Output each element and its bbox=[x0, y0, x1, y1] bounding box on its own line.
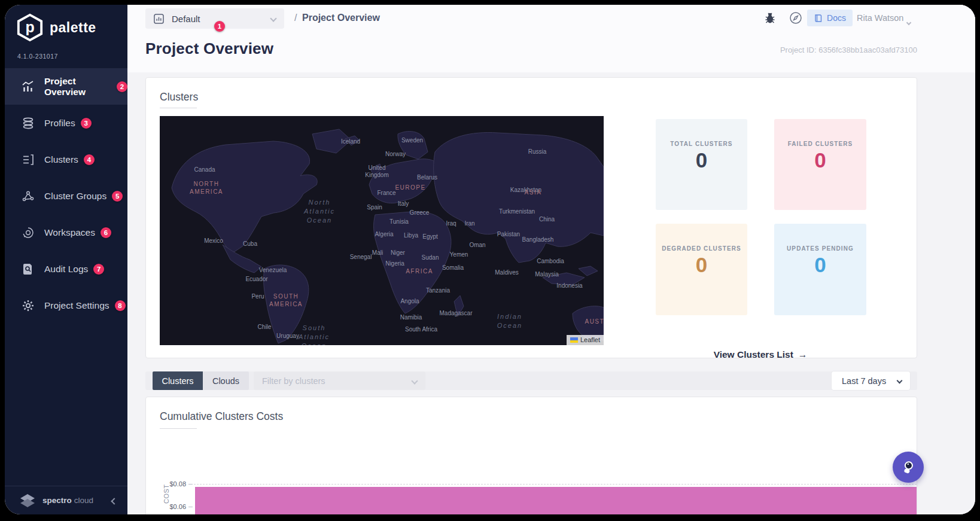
breadcrumb[interactable]: Project Overview bbox=[302, 13, 380, 23]
svg-text:p: p bbox=[25, 19, 34, 35]
book-icon bbox=[814, 14, 823, 23]
stat-label: DEGRADED CLUSTERS bbox=[662, 245, 741, 252]
sidebar-item-label: Audit Logs bbox=[44, 264, 88, 275]
stat-label: TOTAL CLUSTERS bbox=[670, 141, 732, 147]
project-chart-icon bbox=[154, 14, 164, 24]
arrow-right-icon: → bbox=[798, 349, 808, 359]
tab-clouds[interactable]: Clouds bbox=[203, 371, 249, 390]
user-menu[interactable]: Rita Watson bbox=[857, 13, 903, 23]
astronaut-icon bbox=[900, 459, 917, 476]
cluster-groups-network-icon bbox=[21, 189, 35, 203]
cluster-stats-grid: TOTAL CLUSTERS0FAILED CLUSTERS0DEGRADED … bbox=[656, 119, 866, 315]
annotation-badge-3: 3 bbox=[81, 118, 92, 129]
profiles-stack-icon bbox=[21, 116, 35, 130]
tick-mark bbox=[188, 484, 193, 485]
page-title: Project Overview bbox=[145, 39, 273, 58]
title-underline bbox=[160, 108, 197, 108]
overview-chart-icon bbox=[21, 80, 35, 94]
annotation-badge-6: 6 bbox=[101, 227, 111, 238]
logo-text: palette bbox=[50, 20, 96, 36]
gridline-dashed bbox=[194, 484, 917, 485]
sidebar-item-clusters[interactable]: Clusters4 bbox=[5, 141, 127, 178]
cost-area-series bbox=[195, 487, 917, 514]
stat-label: UPDATES PENDING bbox=[787, 245, 854, 252]
leaflet-label: Leaflet bbox=[580, 336, 600, 343]
annotation-badge-4: 4 bbox=[84, 154, 95, 165]
stat-value: 0 bbox=[696, 148, 707, 172]
stat-failed-clusters: FAILED CLUSTERS0 bbox=[774, 119, 866, 210]
costs-card-title: Cumulative Clusters Costs bbox=[160, 410, 283, 423]
filter-placeholder: Filter by clusters bbox=[262, 376, 325, 386]
flag-icon bbox=[570, 337, 578, 343]
spectro-cloud-brand: spectrocloud bbox=[42, 496, 93, 505]
workspaces-orbit-icon bbox=[21, 226, 35, 240]
chevron-down-icon bbox=[411, 377, 418, 384]
filter-by-clusters-dropdown[interactable]: Filter by clusters bbox=[254, 371, 425, 390]
audit-logs-doc-icon bbox=[21, 262, 35, 276]
bug-report-icon[interactable] bbox=[763, 11, 777, 25]
tick-mark bbox=[188, 507, 193, 507]
chevron-down-icon bbox=[897, 378, 903, 384]
leaflet-attribution[interactable]: Leaflet bbox=[567, 335, 604, 345]
stat-degraded-clusters: DEGRADED CLUSTERS0 bbox=[656, 224, 747, 315]
settings-gear-icon bbox=[21, 298, 35, 313]
view-clusters-list-link[interactable]: View Clusters List→ bbox=[714, 349, 808, 360]
sidebar-nav: Project Overview2Profiles3Clusters4Clust… bbox=[5, 68, 127, 324]
sidebar-item-cluster-groups[interactable]: Cluster Groups5 bbox=[5, 178, 127, 214]
title-underline bbox=[160, 428, 197, 429]
sidebar-item-label: Workspaces bbox=[44, 227, 95, 238]
compass-help-icon[interactable] bbox=[789, 11, 802, 25]
project-id-label: Project ID: 6356fc38bb1aac03afd73100 bbox=[780, 45, 917, 54]
y-tick-006: $0.06 bbox=[156, 503, 186, 510]
version-label: 4.1.0-231017 bbox=[17, 53, 58, 60]
chevron-down-icon bbox=[906, 20, 911, 25]
sidebar-item-label: Clusters bbox=[44, 154, 78, 165]
assistant-fab-button[interactable] bbox=[893, 452, 924, 483]
world-map[interactable]: IcelandSwedenNorwayRussiaCanadaUnited Ki… bbox=[160, 116, 604, 345]
y-tick-008: $0.08 bbox=[156, 480, 186, 488]
app-window: p palette 4.1.0-231017 Project Overview2… bbox=[5, 5, 975, 514]
range-value: Last 7 days bbox=[842, 376, 886, 386]
costs-card: Cumulative Clusters Costs COST $0.08 $0.… bbox=[145, 397, 917, 514]
annotation-badge-7: 7 bbox=[93, 264, 104, 275]
clusters-card-title: Clusters bbox=[160, 91, 198, 103]
sidebar-item-project-overview[interactable]: Project Overview2 bbox=[5, 68, 127, 105]
sidebar-item-audit-logs[interactable]: Audit Logs7 bbox=[5, 251, 127, 287]
user-menu-caret[interactable] bbox=[907, 16, 911, 27]
annotation-badge-2: 2 bbox=[117, 81, 127, 92]
chevron-down-icon bbox=[270, 15, 276, 22]
date-range-selector[interactable]: Last 7 days bbox=[832, 371, 910, 390]
spectro-cloud-logo-icon bbox=[17, 492, 38, 509]
stat-value: 0 bbox=[696, 253, 707, 277]
project-selector-value: Default bbox=[172, 14, 200, 24]
sidebar-footer: spectrocloud bbox=[5, 486, 127, 514]
costs-toolbar: Clusters Clouds Filter by clusters Last … bbox=[145, 371, 917, 390]
sidebar-item-workspaces[interactable]: Workspaces6 bbox=[5, 214, 127, 251]
sidebar-item-project-settings[interactable]: Project Settings8 bbox=[5, 287, 127, 324]
sidebar-item-label: Profiles bbox=[44, 118, 75, 129]
tab-clusters[interactable]: Clusters bbox=[153, 371, 203, 390]
docs-label: Docs bbox=[827, 13, 846, 23]
sidebar-item-label: Project Overview bbox=[44, 76, 111, 98]
map-landmass bbox=[160, 116, 604, 345]
annotation-badge-1: 1 bbox=[214, 21, 225, 32]
stat-label: FAILED CLUSTERS bbox=[788, 141, 853, 147]
sidebar-item-label: Project Settings bbox=[44, 300, 109, 311]
stat-value: 0 bbox=[814, 253, 826, 277]
sidebar-item-label: Cluster Groups bbox=[44, 191, 106, 202]
sidebar: p palette 4.1.0-231017 Project Overview2… bbox=[5, 5, 127, 514]
sidebar-collapse-button[interactable] bbox=[112, 495, 117, 506]
stat-updates-pending: UPDATES PENDING0 bbox=[774, 224, 866, 315]
clusters-card: Clusters bbox=[145, 77, 917, 358]
docs-button[interactable]: Docs bbox=[807, 10, 853, 26]
stat-value: 0 bbox=[814, 148, 826, 172]
chevron-left-icon bbox=[111, 498, 117, 504]
stat-total-clusters: TOTAL CLUSTERS0 bbox=[656, 119, 747, 210]
annotation-badge-8: 8 bbox=[115, 300, 126, 311]
annotation-badge-5: 5 bbox=[112, 191, 123, 202]
clusters-list-icon bbox=[21, 153, 35, 167]
sidebar-item-profiles[interactable]: Profiles3 bbox=[5, 105, 127, 141]
palette-logo[interactable]: p palette bbox=[16, 13, 96, 42]
breadcrumb-separator: / bbox=[294, 13, 297, 23]
palette-logo-icon: p bbox=[16, 13, 44, 42]
